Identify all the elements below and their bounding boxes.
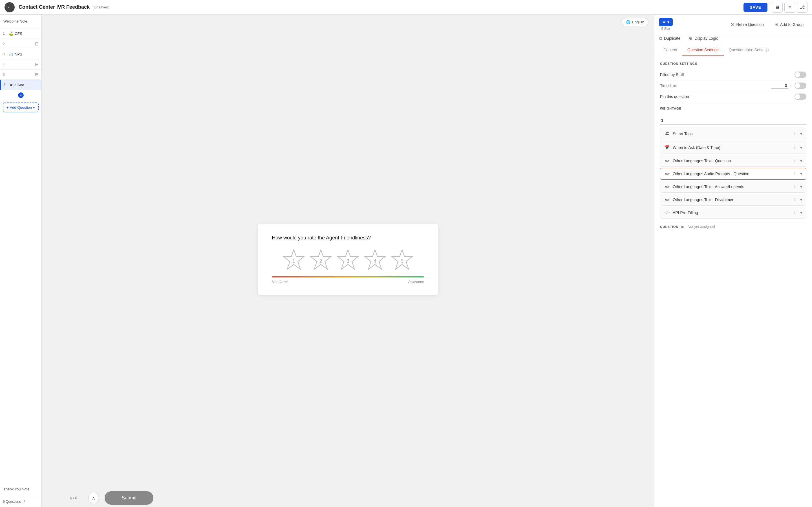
accordion-api-prefilling-header[interactable]: </> API Pre-Filling ℹ ▾ [660, 207, 806, 218]
api-prefilling-chevron[interactable]: ▾ [800, 210, 802, 215]
accordion-other-lang-audio-header[interactable]: Aα Other Languages Audio Prompts - Quest… [660, 168, 806, 179]
filled-by-staff-toggle[interactable] [795, 71, 806, 78]
preview-button[interactable]: 🖥 [772, 2, 783, 13]
other-lang-audio-chevron[interactable]: ▾ [800, 172, 802, 176]
accordion-when-to-ask-header[interactable]: 📅 When to Ask (Date & Time) ℹ ▾ [660, 142, 806, 154]
more-icon[interactable]: ⋮ [22, 500, 26, 504]
tab-content[interactable]: Content [658, 44, 682, 56]
sidebar-item-nps[interactable]: 3 📊 NPS [0, 49, 42, 59]
star-type-button[interactable]: ★ ▾ [659, 18, 673, 26]
main-layout: Welcome Note 1 ⛳ CES 2 ⊟ 3 📊 NPS 4 ⊟ 5 ⊟ [0, 15, 812, 507]
other-lang-audio-info[interactable]: ℹ [794, 172, 796, 176]
sidebar-item-5star[interactable]: 6 ★ 5 Star [0, 80, 42, 90]
menu-button[interactable]: ≡ [784, 2, 795, 13]
canvas-bottom: 6 / 6 ∧ Submit [42, 489, 654, 507]
other-lang-disclaimer-chevron[interactable]: ▾ [800, 198, 802, 202]
share-button[interactable]: ⎇ [797, 2, 808, 13]
scale-labels: Not Great Awesome [272, 280, 424, 284]
question-id-section: QUESTION ID: Not yet assigned [660, 221, 806, 232]
rp-tabs: Content Question Settings Questionnaire … [654, 44, 812, 56]
star-2-svg: 2 [310, 249, 332, 271]
q1-num: 1 [3, 32, 7, 36]
other-lang-text-q-icon: Aα [664, 159, 670, 163]
accordion-other-lang-disclaimer-header[interactable]: Aα Other Languages Text - Disclaimer ℹ ▾ [660, 194, 806, 205]
tab-questionnaire-settings[interactable]: Questionnaire Settings [724, 44, 774, 56]
duplicate-label: Duplicate [664, 36, 680, 41]
sidebar-item-ces[interactable]: 1 ⛳ CES [0, 29, 42, 39]
star-5-svg: 5 [391, 249, 413, 271]
unsaved-status: (Unsaved) [93, 5, 109, 9]
duplicate-icon: ⧉ [659, 36, 662, 41]
submit-button[interactable]: Submit [105, 491, 153, 505]
tab-question-settings[interactable]: Question Settings [682, 44, 724, 56]
accordion-other-lang-audio: Aα Other Languages Audio Prompts - Quest… [660, 168, 806, 180]
star-item-3[interactable]: 3 [337, 249, 359, 271]
page-title: Contact Center IVR Feedback [18, 4, 90, 10]
accordion-other-lang-answer-header[interactable]: Aα Other Languages Text - Answer/Legends… [660, 181, 806, 192]
star-item-5[interactable]: 5 [391, 249, 413, 271]
star-1-svg: 1 [283, 249, 305, 271]
sidebar-item-4[interactable]: 4 ⊟ [0, 59, 42, 69]
duplicate-button[interactable]: ⧉ Duplicate [659, 36, 680, 41]
q-count: 6 Questions [3, 500, 21, 504]
sidebar-welcome[interactable]: Welcome Note [0, 15, 42, 28]
smart-tags-info[interactable]: ℹ [794, 132, 796, 136]
star-type-label: 5 Star [661, 27, 670, 31]
smart-tags-chevron[interactable]: ▾ [800, 131, 802, 136]
weightage-input[interactable] [660, 116, 806, 125]
star-4-svg: 4 [364, 249, 386, 271]
display-logic-button[interactable]: ⊕ Display Logic [689, 36, 718, 41]
when-to-ask-info[interactable]: ℹ [794, 146, 796, 150]
question-id-label: QUESTION ID: [660, 225, 684, 228]
other-lang-answer-chevron[interactable]: ▾ [800, 184, 802, 189]
star-item-1[interactable]: 1 [283, 249, 305, 271]
sidebar-item-5[interactable]: 5 ⊟ [0, 69, 42, 80]
accordion-smart-tags-header[interactable]: 🏷 Smart Tags ℹ ▾ [660, 128, 806, 140]
time-limit-input[interactable] [771, 83, 788, 89]
language-button[interactable]: 🌐 English [622, 18, 649, 26]
svg-text:1: 1 [292, 258, 295, 264]
other-lang-text-q-info[interactable]: ℹ [794, 159, 796, 163]
sidebar-item-2[interactable]: 2 ⊟ [0, 39, 42, 49]
back-button[interactable]: ← [4, 2, 15, 12]
app-header: ← Contact Center IVR Feedback (Unsaved) … [0, 0, 812, 15]
filled-by-staff-row: Filled by Staff [660, 69, 806, 80]
pin-question-label: Pin this question [660, 94, 689, 99]
sidebar-thankyou[interactable]: Thank You Note [0, 483, 42, 496]
star-item-4[interactable]: 4 [364, 249, 386, 271]
filled-by-staff-label: Filled by Staff [660, 72, 684, 77]
q6-num: 6 [4, 83, 8, 87]
other-lang-text-q-label: Other Languages Text - Question [673, 159, 792, 163]
lang-icon: 🌐 [626, 20, 630, 24]
retire-question-button[interactable]: ⊘ Retire Question [726, 22, 767, 27]
star-3-svg: 3 [337, 249, 359, 271]
rp-body: QUESTION SETTINGS Filled by Staff Time l… [654, 56, 812, 507]
time-limit-toggle[interactable] [795, 82, 806, 89]
save-button[interactable]: SAVE [744, 3, 767, 12]
accordion-other-lang-text-q-header[interactable]: Aα Other Languages Text - Question ℹ ▾ [660, 155, 806, 166]
add-question-button[interactable]: + Add Question ▾ [3, 103, 39, 112]
other-lang-disclaimer-info[interactable]: ℹ [794, 198, 796, 202]
when-to-ask-chevron[interactable]: ▾ [800, 145, 802, 150]
add-to-group-button[interactable]: ⊞ Add to Group [770, 22, 808, 27]
star-item-2[interactable]: 2 [310, 249, 332, 271]
q1-label: CES [15, 32, 22, 36]
rp-toolbar: ★ ▾ 5 Star ⊘ Retire Question ⊞ Add to Gr… [654, 15, 812, 34]
other-lang-answer-icon: Aα [664, 185, 670, 189]
accordion-other-lang-text-q: Aα Other Languages Text - Question ℹ ▾ [660, 155, 806, 167]
add-group-icon: ⊞ [774, 22, 778, 27]
time-limit-label: Time limit [660, 83, 677, 88]
scale-left: Not Great [272, 280, 288, 284]
api-prefilling-info[interactable]: ℹ [794, 211, 796, 215]
survey-canvas: 🌐 English How would you rate the Agent F… [42, 15, 654, 507]
prev-button[interactable]: ∧ [88, 493, 99, 503]
add-question-icon[interactable]: + [18, 93, 24, 98]
pin-question-toggle[interactable] [795, 94, 806, 100]
other-lang-answer-info[interactable]: ℹ [794, 185, 796, 189]
sidebar-footer: 6 Questions ⋮ [0, 496, 42, 507]
accordion-other-lang-answer: Aα Other Languages Text - Answer/Legends… [660, 181, 806, 193]
other-lang-text-q-chevron[interactable]: ▾ [800, 159, 802, 163]
weightage-section: WEIGHTAGE [660, 107, 806, 125]
q6-label: 5 Star [14, 83, 24, 87]
svg-text:3: 3 [347, 258, 349, 264]
